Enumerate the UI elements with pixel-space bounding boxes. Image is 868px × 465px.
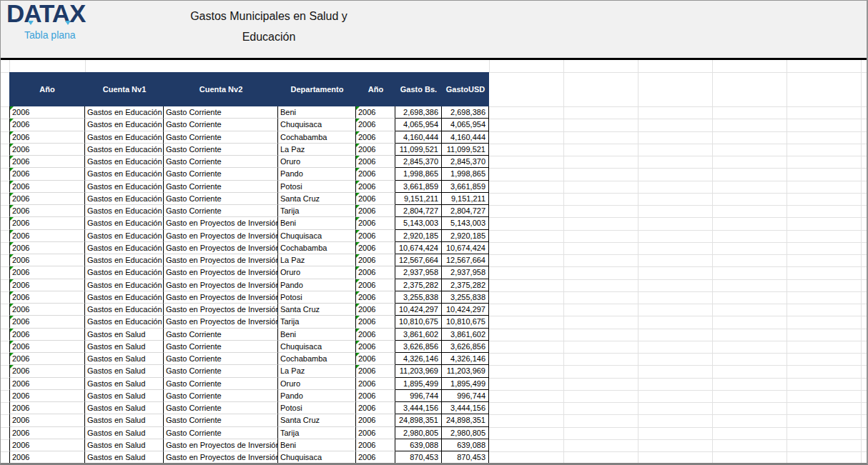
cell-cuenta-nv2[interactable]: Gasto en Proyectos de Inversión [164,304,278,316]
cell-gasto-bs[interactable]: 5,143,003 [395,217,442,229]
cell-departamento[interactable]: Tarija [278,427,356,439]
cell-ano[interactable]: 2006 [9,378,85,390]
cell-gasto-bs[interactable]: 996,744 [395,390,442,402]
cell-cuenta-nv2[interactable]: Gasto Corriente [164,106,278,119]
cell-gasto-bs[interactable]: 2,980,805 [395,427,442,439]
column-header-gasto-usd[interactable]: GastoUSD [442,85,489,94]
cell-gasto-bs[interactable]: 3,255,838 [395,291,442,304]
cell-cuenta-nv2[interactable]: Gasto Corriente [164,402,278,414]
cell-ano[interactable]: 2006 [9,402,85,414]
cell-gasto-usd[interactable]: 3,255,838 [442,291,489,304]
cell-departamento[interactable]: Cochabamba [278,353,356,365]
cell-ano-2[interactable]: 2006 [356,242,395,254]
cell-ano[interactable]: 2006 [9,451,85,464]
cell-ano-2[interactable]: 2006 [356,168,395,180]
worksheet-area[interactable]: Año Cuenta Nv1 Cuenta Nv2 Departamento A… [1,60,868,465]
cell-cuenta-nv1[interactable]: Gastos en Salud [85,378,164,390]
cell-cuenta-nv1[interactable]: Gastos en Salud [85,402,164,414]
cell-departamento[interactable]: Cochabamba [278,131,356,144]
cell-gasto-usd[interactable]: 2,920,185 [442,230,489,242]
cell-gasto-bs[interactable]: 2,804,727 [395,205,442,217]
cell-ano-2[interactable]: 2006 [356,402,395,414]
cell-ano-2[interactable]: 2006 [356,341,395,353]
cell-ano-2[interactable]: 2006 [356,304,395,316]
cell-ano-2[interactable]: 2006 [356,279,395,291]
cell-ano-2[interactable]: 2006 [356,254,395,266]
cell-ano[interactable]: 2006 [9,156,85,168]
cell-ano[interactable]: 2006 [9,242,85,254]
cell-gasto-bs[interactable]: 870,453 [395,451,442,464]
cell-ano[interactable]: 2006 [9,254,85,266]
cell-cuenta-nv1[interactable]: Gastos en Salud [85,353,164,365]
cell-gasto-bs[interactable]: 3,444,156 [395,402,442,414]
cell-ano-2[interactable]: 2006 [356,353,395,365]
cell-gasto-usd[interactable]: 4,160,444 [442,131,489,144]
cell-ano-2[interactable]: 2006 [356,291,395,304]
cell-cuenta-nv1[interactable]: Gastos en Educación [85,291,164,304]
cell-ano-2[interactable]: 2006 [356,451,395,464]
cell-ano[interactable]: 2006 [9,341,85,353]
cell-gasto-usd[interactable]: 12,567,664 [442,254,489,266]
cell-gasto-usd[interactable]: 2,698,386 [442,106,489,119]
cell-gasto-usd[interactable]: 3,661,859 [442,181,489,193]
cell-departamento[interactable]: Potosi [278,402,356,414]
cell-cuenta-nv2[interactable]: Gasto Corriente [164,329,278,341]
cell-gasto-bs[interactable]: 10,674,424 [395,242,442,254]
cell-departamento[interactable]: Chuquisaca [278,341,356,353]
cell-ano-2[interactable]: 2006 [356,230,395,242]
cell-departamento[interactable]: Santa Cruz [278,414,356,426]
cell-ano[interactable]: 2006 [9,427,85,439]
cell-gasto-usd[interactable]: 5,143,003 [442,217,489,229]
cell-cuenta-nv2[interactable]: Gasto Corriente [164,378,278,390]
cell-cuenta-nv1[interactable]: Gastos en Educación [85,230,164,242]
cell-ano[interactable]: 2006 [9,193,85,205]
cell-departamento[interactable]: Tarija [278,316,356,328]
cell-gasto-usd[interactable]: 3,861,602 [442,329,489,341]
cell-gasto-usd[interactable]: 2,980,805 [442,427,489,439]
cell-departamento[interactable]: Potosi [278,291,356,304]
cell-ano-2[interactable]: 2006 [356,439,395,451]
cell-gasto-bs[interactable]: 4,065,954 [395,119,442,131]
cell-gasto-bs[interactable]: 4,326,146 [395,353,442,365]
cell-cuenta-nv2[interactable]: Gasto en Proyectos de Inversión [164,242,278,254]
cell-cuenta-nv1[interactable]: Gastos en Educación [85,316,164,328]
cell-departamento[interactable]: Beni [278,439,356,451]
cell-cuenta-nv1[interactable]: Gastos en Educación [85,168,164,180]
cell-cuenta-nv2[interactable]: Gasto Corriente [164,119,278,131]
cell-gasto-usd[interactable]: 4,065,954 [442,119,489,131]
cell-departamento[interactable]: Cochabamba [278,242,356,254]
cell-gasto-bs[interactable]: 3,626,856 [395,341,442,353]
cell-departamento[interactable]: Pando [278,279,356,291]
cell-ano[interactable]: 2006 [9,106,85,119]
cell-departamento[interactable]: Pando [278,390,356,402]
cell-gasto-bs[interactable]: 1,895,499 [395,378,442,390]
cell-cuenta-nv1[interactable]: Gastos en Salud [85,329,164,341]
cell-departamento[interactable]: Chuquisaca [278,119,356,131]
cell-cuenta-nv1[interactable]: Gastos en Educación [85,279,164,291]
cell-gasto-bs[interactable]: 10,810,675 [395,316,442,328]
cell-departamento[interactable]: Chuquisaca [278,230,356,242]
cell-departamento[interactable]: Santa Cruz [278,304,356,316]
cell-cuenta-nv2[interactable]: Gasto Corriente [164,193,278,205]
cell-gasto-usd[interactable]: 639,088 [442,439,489,451]
cell-departamento[interactable]: Pando [278,168,356,180]
column-header-ano[interactable]: Año [9,85,85,94]
cell-gasto-usd[interactable]: 10,674,424 [442,242,489,254]
cell-ano[interactable]: 2006 [9,205,85,217]
cell-cuenta-nv1[interactable]: Gastos en Educación [85,242,164,254]
cell-ano-2[interactable]: 2006 [356,316,395,328]
cell-cuenta-nv2[interactable]: Gasto en Proyectos de Inversión [164,451,278,464]
cell-cuenta-nv1[interactable]: Gastos en Educación [85,106,164,119]
column-header-gasto-bs[interactable]: Gasto Bs. [395,85,442,94]
cell-departamento[interactable]: La Paz [278,254,356,266]
cell-ano[interactable]: 2006 [9,353,85,365]
cell-cuenta-nv1[interactable]: Gastos en Educación [85,131,164,144]
column-header-departamento[interactable]: Departamento [278,85,356,94]
cell-gasto-bs[interactable]: 2,920,185 [395,230,442,242]
cell-cuenta-nv2[interactable]: Gasto en Proyectos de Inversión [164,316,278,328]
cell-ano[interactable]: 2006 [9,168,85,180]
cell-cuenta-nv1[interactable]: Gastos en Educación [85,193,164,205]
cell-ano[interactable]: 2006 [9,230,85,242]
cell-ano[interactable]: 2006 [9,131,85,144]
cell-cuenta-nv2[interactable]: Gasto en Proyectos de Inversión [164,279,278,291]
